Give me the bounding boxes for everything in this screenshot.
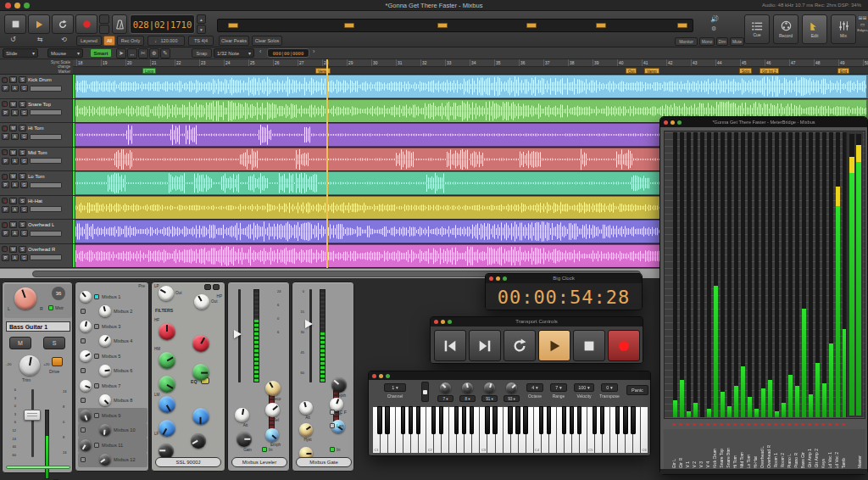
rec-led[interactable] xyxy=(801,423,804,426)
rec-led[interactable] xyxy=(740,423,743,426)
mini-marker[interactable] xyxy=(228,23,238,28)
track-mute-button[interactable]: M xyxy=(9,76,17,83)
piano-black-key[interactable] xyxy=(431,406,436,434)
loop-button[interactable] xyxy=(52,14,74,34)
playhead[interactable] xyxy=(326,59,328,268)
timeline-marker[interactable]: Verse xyxy=(315,68,331,74)
zoom-icon[interactable] xyxy=(386,374,390,378)
leveler-knob[interactable] xyxy=(265,403,280,417)
send-knob[interactable] xyxy=(80,439,92,451)
track-p-button[interactable]: P xyxy=(2,158,9,165)
gate-listen[interactable]: Lsn xyxy=(330,423,343,428)
track-mute-button[interactable]: M xyxy=(9,149,17,156)
send-knob[interactable] xyxy=(99,305,111,317)
send-button[interactable] xyxy=(94,383,99,388)
timeline-marker[interactable]: Loop xyxy=(142,68,156,74)
rec-led[interactable] xyxy=(672,423,676,426)
ssl-knob[interactable] xyxy=(159,352,175,369)
rec-led[interactable] xyxy=(747,423,750,426)
clear-solos-button[interactable]: Clear Solos xyxy=(252,36,282,46)
mini-marker[interactable] xyxy=(344,23,354,28)
ssl-knob[interactable] xyxy=(191,433,206,449)
track-a-button[interactable]: A xyxy=(11,85,19,92)
track-p-button[interactable]: P xyxy=(2,230,9,237)
edit-tool-button[interactable]: ⊕ xyxy=(149,48,159,59)
ssl-knob[interactable] xyxy=(159,396,175,413)
track-header[interactable]: MSSnare TopPAG xyxy=(0,99,73,123)
cc-value[interactable]: 7 ▾ xyxy=(437,395,453,402)
send-knob[interactable] xyxy=(99,394,111,406)
cc-value[interactable]: 93 ▾ xyxy=(504,395,520,402)
piano-black-key[interactable] xyxy=(600,406,604,434)
cc-knob[interactable] xyxy=(506,382,517,393)
midi-channel-select[interactable]: 1 ▾ xyxy=(384,383,406,392)
meterbridge-titlebar[interactable]: *Gonna Get There Faster - MeterBridge - … xyxy=(660,117,867,127)
edit-tool-button[interactable]: ↔ xyxy=(127,48,137,59)
clear-peaks-button[interactable]: Clear Peaks xyxy=(219,36,249,46)
smart-mode-toggle[interactable]: Smart xyxy=(90,48,112,58)
piano-black-key[interactable] xyxy=(470,406,474,434)
ssl-knob[interactable] xyxy=(159,376,175,393)
send-knob[interactable] xyxy=(99,365,111,377)
gate-in[interactable]: In xyxy=(330,447,340,452)
cc-knob[interactable] xyxy=(440,382,451,393)
send-button[interactable] xyxy=(81,368,86,373)
send-button[interactable] xyxy=(81,309,86,314)
send-knob[interactable] xyxy=(99,424,111,436)
track-solo-button[interactable]: S xyxy=(19,101,26,108)
ssl-knob[interactable] xyxy=(159,420,175,437)
strip-solo-button[interactable]: S xyxy=(43,337,65,349)
rec-led[interactable] xyxy=(679,423,682,426)
rec-led[interactable] xyxy=(720,423,723,426)
mini-marker[interactable] xyxy=(437,23,448,28)
send-knob[interactable] xyxy=(99,454,111,466)
piano-black-key[interactable] xyxy=(454,406,459,434)
nav-edit-button[interactable]: Edit xyxy=(802,14,827,44)
ssl-knob[interactable] xyxy=(192,408,209,425)
rec-led[interactable] xyxy=(726,423,730,426)
send-button[interactable] xyxy=(81,427,86,433)
leveler-plugin-button[interactable]: Mixbus Leveler xyxy=(231,457,287,467)
trim-knob[interactable] xyxy=(19,355,40,376)
piano-black-key[interactable] xyxy=(623,406,627,434)
rec-led[interactable] xyxy=(760,423,764,426)
piano-black-key[interactable] xyxy=(377,406,381,434)
piano-black-key[interactable] xyxy=(462,406,466,434)
gate-slider-handle[interactable] xyxy=(305,320,313,328)
gate-slider-track[interactable] xyxy=(309,289,312,382)
track-a-button[interactable]: A xyxy=(11,230,19,237)
ssl-knob[interactable] xyxy=(192,364,209,381)
rec-led[interactable] xyxy=(794,423,798,426)
leveler-slider-handle[interactable] xyxy=(234,330,242,338)
fader-track[interactable] xyxy=(31,389,34,457)
track-a-button[interactable]: A xyxy=(11,254,19,261)
rec-led[interactable] xyxy=(815,423,818,426)
nav-mix-button[interactable]: Mix xyxy=(831,14,856,44)
gate-knob[interactable] xyxy=(299,423,313,437)
listen-checkbox[interactable] xyxy=(330,423,335,428)
gate-knob[interactable] xyxy=(299,401,313,415)
rec-only-button[interactable]: Rec Only xyxy=(117,36,144,46)
send-knob[interactable] xyxy=(80,291,92,303)
loop-play-button[interactable] xyxy=(504,330,536,361)
strip-mute-button[interactable]: M xyxy=(9,337,31,349)
track-g-button[interactable]: G xyxy=(20,206,28,213)
track-solo-button[interactable]: S xyxy=(19,246,26,253)
track-a-button[interactable]: A xyxy=(11,133,19,140)
track-a-button[interactable]: A xyxy=(11,158,19,165)
clock-up-button[interactable]: ▴ xyxy=(197,14,206,24)
rec-led[interactable] xyxy=(686,423,689,426)
rec-led[interactable] xyxy=(787,423,791,426)
track-lane[interactable] xyxy=(75,75,868,98)
record-arm-button[interactable] xyxy=(2,222,8,228)
track-solo-button[interactable]: S xyxy=(19,76,26,83)
rec-led[interactable] xyxy=(828,423,832,426)
track-g-button[interactable]: G xyxy=(20,181,28,188)
timeline-marker[interactable]: Solo xyxy=(739,68,752,74)
track-solo-button[interactable]: S xyxy=(19,125,26,131)
mini-marker[interactable] xyxy=(677,23,687,28)
track-mute-button[interactable]: M xyxy=(9,173,17,180)
send-button[interactable] xyxy=(94,324,99,329)
track-p-button[interactable]: P xyxy=(2,109,9,116)
rec-led[interactable] xyxy=(835,423,838,426)
